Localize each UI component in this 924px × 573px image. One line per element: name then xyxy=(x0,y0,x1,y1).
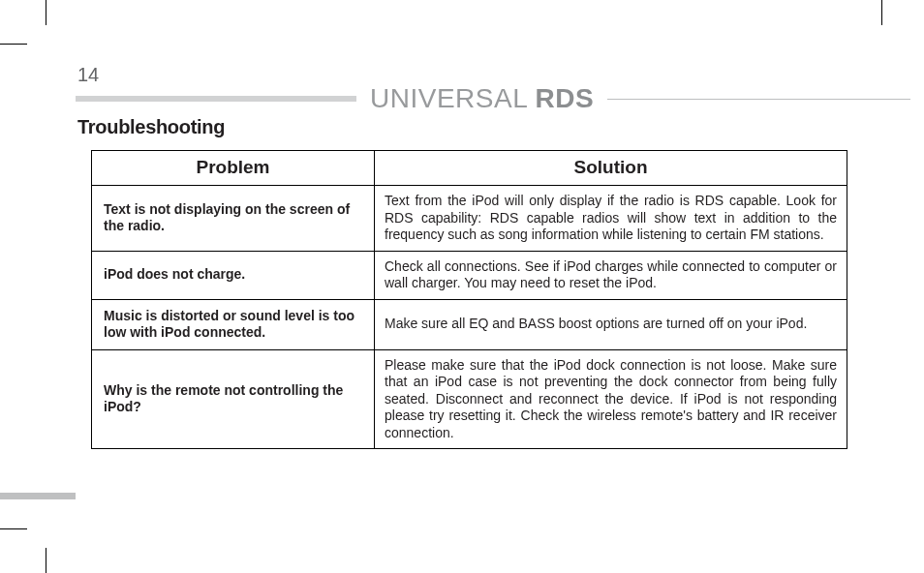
table-row: Text is not displaying on the screen of … xyxy=(92,186,847,252)
title-bold: RDS xyxy=(535,83,594,113)
solution-cell: Please make sure that the iPod dock conn… xyxy=(375,349,847,449)
section-title: Troubleshooting xyxy=(77,116,225,138)
problem-cell: iPod does not charge. xyxy=(92,251,375,299)
crop-mark xyxy=(0,528,27,529)
col-header-solution: Solution xyxy=(375,151,847,186)
troubleshooting-table: Problem Solution Text is not displaying … xyxy=(91,150,847,449)
solution-cell: Make sure all EQ and BASS boost options … xyxy=(375,299,847,349)
rule-left xyxy=(76,96,356,102)
solution-cell: Check all connections. See if iPod charg… xyxy=(375,251,847,299)
document-title: UNIVERSAL RDS xyxy=(356,83,607,114)
problem-cell: Text is not displaying on the screen of … xyxy=(92,186,375,252)
crop-mark xyxy=(881,0,882,25)
crop-mark xyxy=(46,548,46,573)
title-light: UNIVERSAL xyxy=(370,83,535,113)
table-header-row: Problem Solution xyxy=(92,151,847,186)
solution-cell: Text from the iPod will only display if … xyxy=(375,186,847,252)
table-row: Music is distorted or sound level is too… xyxy=(92,299,847,349)
crop-mark xyxy=(46,0,46,25)
table-row: Why is the remote not controlling the iP… xyxy=(92,349,847,449)
crop-mark xyxy=(0,44,27,45)
header-title-row: UNIVERSAL RDS xyxy=(76,83,910,114)
problem-cell: Music is distorted or sound level is too… xyxy=(92,299,375,349)
problem-cell: Why is the remote not controlling the iP… xyxy=(92,349,375,449)
col-header-problem: Problem xyxy=(92,151,375,186)
footer-accent-bar xyxy=(0,493,76,499)
rule-right xyxy=(607,99,910,100)
table-row: iPod does not charge. Check all connecti… xyxy=(92,251,847,299)
